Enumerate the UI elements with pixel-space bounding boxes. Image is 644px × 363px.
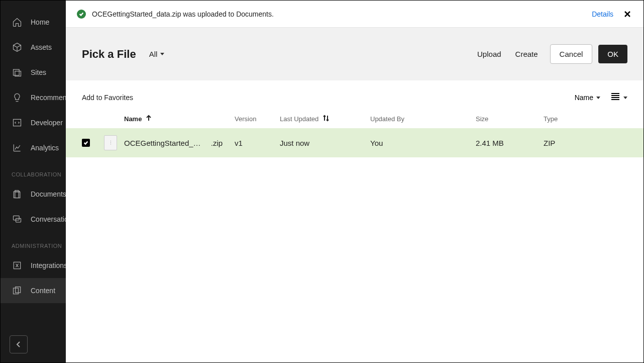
sidebar-item-label: Recommendations (31, 94, 66, 102)
sidebar-item-label: Integrations (31, 261, 66, 269)
notification-message: OCEGettingStarted_data.zip was uploaded … (92, 10, 592, 18)
file-extension: .zip (211, 139, 223, 147)
sidebar-item-sites[interactable]: Sites (1, 60, 66, 85)
sidebar-item-developer[interactable]: Developer (1, 110, 66, 135)
notification-bar: OCEGettingStarted_data.zip was uploaded … (66, 1, 643, 28)
cancel-button[interactable]: Cancel (550, 44, 593, 64)
view-toggle[interactable] (610, 93, 627, 103)
chevron-down-icon (623, 97, 627, 99)
column-size[interactable]: Size (476, 115, 544, 123)
svg-rect-7 (14, 288, 19, 294)
ok-button[interactable]: OK (598, 45, 627, 63)
sidebar-collapse-button[interactable] (10, 335, 28, 353)
sidebar-item-label: Documents (31, 190, 66, 198)
filter-label: All (149, 50, 158, 58)
sidebar-item-label: Analytics (31, 144, 59, 152)
sidebar-item-label: Assets (31, 43, 52, 51)
sort-dropdown[interactable]: Name (575, 94, 600, 102)
svg-rect-3 (14, 192, 19, 198)
sidebar: Home Assets Sites Recommendations Develo… (1, 1, 66, 362)
svg-rect-2 (14, 119, 21, 126)
sidebar-section-administration: ADMINISTRATION (1, 232, 66, 253)
sort-ascending-icon (146, 115, 152, 123)
cube-icon (12, 42, 23, 53)
sidebar-item-label: Conversations (31, 215, 66, 223)
bulb-icon (12, 92, 23, 103)
list-view-icon (610, 93, 620, 103)
file-last-updated: Just now (280, 139, 370, 147)
actions-row: Add to Favorites Name (66, 80, 643, 110)
sidebar-item-conversations[interactable]: Conversations (1, 207, 66, 232)
sidebar-item-recommendations[interactable]: Recommendations (1, 85, 66, 110)
column-type[interactable]: Type (544, 115, 589, 123)
chevron-down-icon (596, 97, 600, 99)
column-version[interactable]: Version (235, 115, 280, 123)
sidebar-item-label: Content (31, 287, 55, 295)
document-icon (12, 189, 23, 200)
file-size: 2.41 MB (476, 139, 544, 147)
file-version: v1 (235, 139, 280, 147)
file-name: OCEGettingStarted_… (124, 139, 201, 147)
notification-details-link[interactable]: Details (592, 10, 613, 18)
code-icon (12, 117, 23, 128)
table-header: Name Version Last Updated Updated By Siz… (66, 110, 643, 128)
sidebar-item-integrations[interactable]: Integrations (1, 253, 66, 278)
sidebar-item-home[interactable]: Home (1, 10, 66, 35)
sidebar-item-label: Developer (31, 119, 63, 127)
svg-rect-4 (14, 216, 20, 220)
page-title: Pick a File (82, 48, 136, 61)
filter-dropdown[interactable]: All (149, 50, 165, 58)
upload-button[interactable]: Upload (470, 45, 508, 63)
sort-icon (323, 115, 330, 123)
success-check-icon (77, 10, 86, 19)
svg-rect-8 (16, 287, 21, 293)
file-updated-by: You (370, 139, 476, 147)
close-icon[interactable] (622, 9, 632, 19)
sort-label: Name (575, 94, 593, 102)
svg-rect-0 (14, 69, 20, 75)
chat-icon (12, 214, 23, 225)
toolbar: Pick a File All Upload Create Cancel OK (66, 28, 643, 80)
file-type: ZIP (544, 139, 589, 147)
content-icon (12, 285, 23, 296)
sidebar-item-assets[interactable]: Assets (1, 35, 66, 60)
row-checkbox[interactable] (82, 139, 90, 147)
sidebar-section-collaboration: COLLABORATION (1, 160, 66, 182)
plugin-icon (12, 260, 23, 271)
add-to-favorites-button[interactable]: Add to Favorites (82, 94, 133, 102)
layout-icon (12, 67, 23, 78)
column-updated-by[interactable]: Updated By (370, 115, 476, 123)
sidebar-item-content[interactable]: Content (1, 278, 66, 303)
sidebar-item-documents[interactable]: Documents (1, 182, 66, 207)
table-row[interactable]: ⋮ OCEGettingStarted_… .zip v1 Just now Y… (66, 128, 643, 157)
column-name[interactable]: Name (124, 115, 235, 123)
sidebar-item-label: Home (31, 18, 49, 26)
home-icon (12, 17, 23, 28)
zip-file-icon: ⋮ (104, 135, 117, 150)
chart-icon (12, 142, 23, 153)
column-last-updated[interactable]: Last Updated (280, 115, 370, 123)
create-button[interactable]: Create (508, 45, 545, 63)
sidebar-item-analytics[interactable]: Analytics (1, 135, 66, 160)
chevron-down-icon (160, 53, 164, 55)
sidebar-item-label: Sites (31, 68, 46, 76)
main-panel: OCEGettingStarted_data.zip was uploaded … (66, 1, 643, 362)
